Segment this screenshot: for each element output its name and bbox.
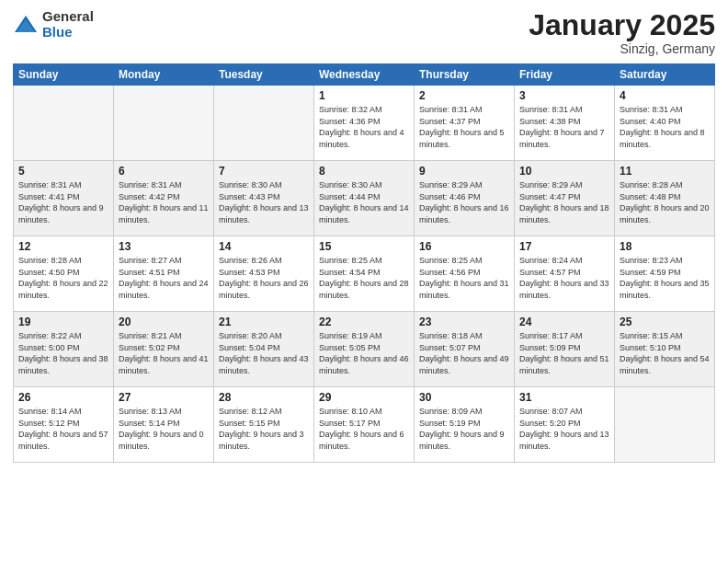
day-info: Sunrise: 8:28 AM Sunset: 4:48 PM Dayligh… [620, 179, 710, 225]
day-cell: 27Sunrise: 8:13 AM Sunset: 5:14 PM Dayli… [114, 387, 214, 463]
day-cell: 4Sunrise: 8:31 AM Sunset: 4:40 PM Daylig… [615, 86, 715, 161]
day-number: 28 [219, 391, 309, 404]
day-cell: 3Sunrise: 8:31 AM Sunset: 4:38 PM Daylig… [515, 86, 615, 161]
month-title: January 2025 [529, 9, 715, 41]
day-info: Sunrise: 8:20 AM Sunset: 5:04 PM Dayligh… [219, 330, 309, 376]
day-number: 22 [319, 316, 409, 328]
day-info: Sunrise: 8:21 AM Sunset: 5:02 PM Dayligh… [119, 330, 209, 376]
day-cell [14, 86, 114, 161]
day-cell: 25Sunrise: 8:15 AM Sunset: 5:10 PM Dayli… [615, 312, 715, 387]
day-cell: 1Sunrise: 8:32 AM Sunset: 4:36 PM Daylig… [314, 86, 415, 161]
day-cell: 10Sunrise: 8:29 AM Sunset: 4:47 PM Dayli… [515, 161, 615, 236]
day-cell [114, 86, 214, 161]
day-number: 13 [119, 240, 209, 253]
week-row-2: 5Sunrise: 8:31 AM Sunset: 4:41 PM Daylig… [14, 161, 715, 236]
location-subtitle: Sinzig, Germany [529, 41, 715, 56]
day-cell: 9Sunrise: 8:29 AM Sunset: 4:46 PM Daylig… [415, 161, 515, 236]
day-number: 9 [419, 165, 509, 178]
day-info: Sunrise: 8:30 AM Sunset: 4:43 PM Dayligh… [219, 179, 309, 225]
day-info: Sunrise: 8:19 AM Sunset: 5:05 PM Dayligh… [319, 330, 409, 376]
day-cell: 19Sunrise: 8:22 AM Sunset: 5:00 PM Dayli… [14, 312, 114, 387]
day-info: Sunrise: 8:17 AM Sunset: 5:09 PM Dayligh… [519, 330, 609, 376]
page: General Blue January 2025 Sinzig, German… [0, 0, 728, 563]
col-friday: Friday [515, 64, 615, 86]
day-cell: 16Sunrise: 8:25 AM Sunset: 4:56 PM Dayli… [415, 236, 515, 312]
logo: General Blue [13, 9, 94, 40]
day-info: Sunrise: 8:25 AM Sunset: 4:56 PM Dayligh… [419, 255, 509, 301]
day-number: 21 [219, 316, 309, 328]
day-cell: 11Sunrise: 8:28 AM Sunset: 4:48 PM Dayli… [615, 161, 715, 236]
day-cell: 23Sunrise: 8:18 AM Sunset: 5:07 PM Dayli… [415, 312, 515, 387]
day-number: 5 [18, 165, 108, 178]
day-cell: 21Sunrise: 8:20 AM Sunset: 5:04 PM Dayli… [214, 312, 314, 387]
week-row-4: 19Sunrise: 8:22 AM Sunset: 5:00 PM Dayli… [14, 312, 715, 387]
day-cell: 8Sunrise: 8:30 AM Sunset: 4:44 PM Daylig… [314, 161, 415, 236]
day-number: 31 [519, 391, 609, 404]
day-cell: 31Sunrise: 8:07 AM Sunset: 5:20 PM Dayli… [515, 387, 615, 463]
col-saturday: Saturday [615, 64, 715, 86]
week-row-5: 26Sunrise: 8:14 AM Sunset: 5:12 PM Dayli… [14, 387, 715, 463]
day-number: 20 [119, 316, 209, 328]
calendar: Sunday Monday Tuesday Wednesday Thursday… [13, 63, 715, 463]
day-info: Sunrise: 8:25 AM Sunset: 4:54 PM Dayligh… [319, 255, 409, 301]
day-number: 3 [519, 89, 609, 102]
day-info: Sunrise: 8:32 AM Sunset: 4:36 PM Dayligh… [319, 104, 409, 150]
day-info: Sunrise: 8:18 AM Sunset: 5:07 PM Dayligh… [419, 330, 509, 376]
day-number: 29 [319, 391, 409, 404]
day-info: Sunrise: 8:13 AM Sunset: 5:14 PM Dayligh… [119, 406, 209, 452]
day-cell: 22Sunrise: 8:19 AM Sunset: 5:05 PM Dayli… [314, 312, 415, 387]
day-number: 1 [319, 89, 409, 102]
day-info: Sunrise: 8:07 AM Sunset: 5:20 PM Dayligh… [519, 406, 609, 452]
day-cell: 15Sunrise: 8:25 AM Sunset: 4:54 PM Dayli… [314, 236, 415, 312]
col-thursday: Thursday [415, 64, 515, 86]
day-cell: 14Sunrise: 8:26 AM Sunset: 4:53 PM Dayli… [214, 236, 314, 312]
day-cell: 29Sunrise: 8:10 AM Sunset: 5:17 PM Dayli… [314, 387, 415, 463]
day-info: Sunrise: 8:31 AM Sunset: 4:42 PM Dayligh… [119, 179, 209, 225]
day-info: Sunrise: 8:14 AM Sunset: 5:12 PM Dayligh… [18, 406, 108, 452]
day-info: Sunrise: 8:31 AM Sunset: 4:40 PM Dayligh… [620, 104, 710, 150]
day-number: 7 [219, 165, 309, 178]
day-cell: 13Sunrise: 8:27 AM Sunset: 4:51 PM Dayli… [114, 236, 214, 312]
col-wednesday: Wednesday [314, 64, 415, 86]
day-cell [615, 387, 715, 463]
day-cell: 18Sunrise: 8:23 AM Sunset: 4:59 PM Dayli… [615, 236, 715, 312]
day-cell: 7Sunrise: 8:30 AM Sunset: 4:43 PM Daylig… [214, 161, 314, 236]
week-row-3: 12Sunrise: 8:28 AM Sunset: 4:50 PM Dayli… [14, 236, 715, 312]
day-number: 26 [18, 391, 108, 404]
day-cell: 5Sunrise: 8:31 AM Sunset: 4:41 PM Daylig… [14, 161, 114, 236]
day-info: Sunrise: 8:27 AM Sunset: 4:51 PM Dayligh… [119, 255, 209, 301]
day-number: 24 [519, 316, 609, 328]
day-info: Sunrise: 8:12 AM Sunset: 5:15 PM Dayligh… [219, 406, 309, 452]
day-info: Sunrise: 8:15 AM Sunset: 5:10 PM Dayligh… [620, 330, 710, 376]
day-number: 11 [620, 165, 710, 178]
day-info: Sunrise: 8:23 AM Sunset: 4:59 PM Dayligh… [620, 255, 710, 301]
day-info: Sunrise: 8:28 AM Sunset: 4:50 PM Dayligh… [18, 255, 108, 301]
day-info: Sunrise: 8:29 AM Sunset: 4:46 PM Dayligh… [419, 179, 509, 225]
day-number: 27 [119, 391, 209, 404]
day-cell: 12Sunrise: 8:28 AM Sunset: 4:50 PM Dayli… [14, 236, 114, 312]
day-number: 15 [319, 240, 409, 253]
day-number: 30 [419, 391, 509, 404]
day-info: Sunrise: 8:29 AM Sunset: 4:47 PM Dayligh… [519, 179, 609, 225]
day-info: Sunrise: 8:10 AM Sunset: 5:17 PM Dayligh… [319, 406, 409, 452]
week-row-1: 1Sunrise: 8:32 AM Sunset: 4:36 PM Daylig… [14, 86, 715, 161]
day-cell: 17Sunrise: 8:24 AM Sunset: 4:57 PM Dayli… [515, 236, 615, 312]
day-number: 4 [620, 89, 710, 102]
day-info: Sunrise: 8:31 AM Sunset: 4:41 PM Dayligh… [18, 179, 108, 225]
header-row: Sunday Monday Tuesday Wednesday Thursday… [14, 64, 715, 86]
day-number: 23 [419, 316, 509, 328]
day-cell: 24Sunrise: 8:17 AM Sunset: 5:09 PM Dayli… [515, 312, 615, 387]
day-info: Sunrise: 8:26 AM Sunset: 4:53 PM Dayligh… [219, 255, 309, 301]
day-number: 10 [519, 165, 609, 178]
day-number: 18 [620, 240, 710, 253]
day-number: 16 [419, 240, 509, 253]
day-cell: 30Sunrise: 8:09 AM Sunset: 5:19 PM Dayli… [415, 387, 515, 463]
day-cell: 26Sunrise: 8:14 AM Sunset: 5:12 PM Dayli… [14, 387, 114, 463]
day-cell: 6Sunrise: 8:31 AM Sunset: 4:42 PM Daylig… [114, 161, 214, 236]
day-cell: 20Sunrise: 8:21 AM Sunset: 5:02 PM Dayli… [114, 312, 214, 387]
day-cell: 28Sunrise: 8:12 AM Sunset: 5:15 PM Dayli… [214, 387, 314, 463]
header: General Blue January 2025 Sinzig, German… [13, 9, 715, 56]
day-number: 6 [119, 165, 209, 178]
day-info: Sunrise: 8:31 AM Sunset: 4:37 PM Dayligh… [419, 104, 509, 150]
logo-general: General [42, 9, 94, 25]
